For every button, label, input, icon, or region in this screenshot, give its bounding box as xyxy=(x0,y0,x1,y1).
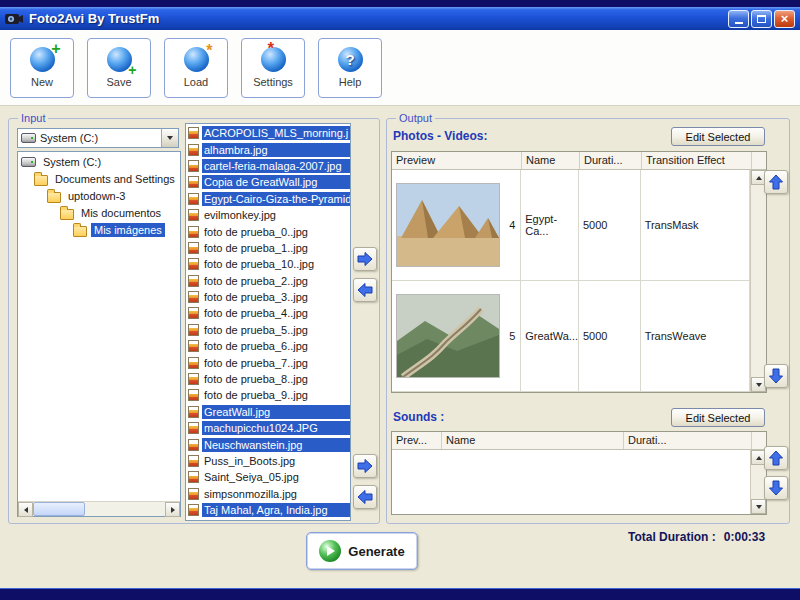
file-list-item[interactable]: foto de prueba_3..jpg xyxy=(186,289,350,305)
add-sounds-button[interactable] xyxy=(353,454,377,478)
file-list-item[interactable]: alhambra.jpg xyxy=(186,141,350,157)
app-icon xyxy=(5,11,25,27)
image-file-icon xyxy=(188,193,199,205)
image-file-icon xyxy=(188,209,199,221)
file-list-item[interactable]: Neuschwanstein.jpg xyxy=(186,436,350,452)
file-name: GreatWall.jpg xyxy=(202,405,350,419)
file-list-item[interactable]: evilmonkey.jpg xyxy=(186,207,350,223)
photos-column-header[interactable]: Preview xyxy=(392,152,522,169)
remove-photos-button[interactable] xyxy=(353,278,377,302)
sounds-column-header[interactable]: Prev... xyxy=(392,432,442,449)
folder-icon xyxy=(47,192,61,203)
minimize-button[interactable] xyxy=(728,10,749,28)
file-list-item[interactable]: foto de prueba_0..jpg xyxy=(186,223,350,239)
file-name: foto de prueba_8..jpg xyxy=(202,372,350,386)
toolbar-button-label: New xyxy=(31,76,53,88)
photos-table-row[interactable]: 4Egypt-Ca...5000TransMask xyxy=(392,170,750,281)
file-list-item[interactable]: GreatWall.jpg xyxy=(186,404,350,420)
file-list-item[interactable]: cartel-feria-malaga-2007.jpg xyxy=(186,158,350,174)
file-name: foto de prueba_2..jpg xyxy=(202,274,350,288)
remove-sounds-button[interactable] xyxy=(353,485,377,509)
toolbar-button-help[interactable]: Help xyxy=(318,38,382,98)
image-file-icon xyxy=(188,307,199,319)
drive-selector[interactable]: System (C:) xyxy=(17,128,179,148)
arrow-up-icon xyxy=(767,173,785,191)
photos-table-row[interactable]: 5GreatWa...5000TransWeave xyxy=(392,281,750,392)
file-list-item[interactable]: foto de prueba_1..jpg xyxy=(186,240,350,256)
scrollbar-thumb[interactable] xyxy=(33,502,85,516)
file-list-item[interactable]: foto de prueba_8..jpg xyxy=(186,371,350,387)
generate-button[interactable]: Generate xyxy=(306,532,418,570)
name-cell: GreatWa... xyxy=(521,281,579,391)
maximize-button[interactable] xyxy=(751,10,772,28)
file-list-item[interactable]: foto de prueba_6..jpg xyxy=(186,338,350,354)
photos-column-header[interactable]: Name xyxy=(522,152,580,169)
file-list-item[interactable]: Taj Mahal, Agra, India.jpg xyxy=(186,502,350,518)
file-list-item[interactable]: ACROPOLIS_MLS_morning.j xyxy=(186,125,350,141)
toolbar-button-new[interactable]: New xyxy=(10,38,74,98)
image-file-icon xyxy=(188,357,199,369)
great-wall-thumbnail xyxy=(396,294,500,378)
tree-item[interactable]: System (C:) xyxy=(18,153,180,170)
image-file-icon xyxy=(188,455,199,467)
file-list-item[interactable]: foto de prueba_7..jpg xyxy=(186,354,350,370)
sounds-column-header[interactable]: Durati... xyxy=(624,432,752,449)
edit-selected-sounds-button[interactable]: Edit Selected xyxy=(671,408,765,427)
sounds-title: Sounds : xyxy=(393,410,444,424)
toolbar-button-save[interactable]: Save xyxy=(87,38,151,98)
transition-cell: TransWeave xyxy=(641,281,750,391)
tree-item[interactable]: Mis documentos xyxy=(18,204,180,221)
close-button[interactable]: × xyxy=(774,10,795,28)
file-list-item[interactable]: foto de prueba_2..jpg xyxy=(186,273,350,289)
tree-item[interactable]: Mis imágenes xyxy=(18,221,180,238)
photos-column-header[interactable]: Durati... xyxy=(580,152,642,169)
move-sound-up-button[interactable] xyxy=(764,446,788,470)
image-file-icon xyxy=(188,439,199,451)
play-icon xyxy=(319,540,341,562)
tree-horizontal-scrollbar[interactable] xyxy=(18,501,180,516)
file-list-item[interactable]: Copia de GreatWall.jpg xyxy=(186,174,350,190)
file-list-item[interactable]: simpsonmozilla.jpg xyxy=(186,486,350,502)
photos-table-scrollbar[interactable] xyxy=(750,170,766,392)
move-sound-down-button[interactable] xyxy=(764,476,788,500)
sounds-column-header[interactable]: Name xyxy=(442,432,624,449)
scroll-down-button[interactable] xyxy=(751,499,766,514)
file-list-item[interactable]: foto de prueba_5..jpg xyxy=(186,322,350,338)
title-bar[interactable]: Foto2Avi By TrustFm × xyxy=(0,7,800,30)
sounds-table: Prev...NameDurati... xyxy=(391,431,767,515)
image-file-icon xyxy=(188,127,199,139)
arrow-right-icon xyxy=(356,250,374,268)
file-list-item[interactable]: Egypt-Cairo-Giza-the-Pyramid xyxy=(186,191,350,207)
total-duration: Total Duration : 0:00:33 xyxy=(628,530,765,544)
triangle-right-icon xyxy=(171,507,175,513)
file-name: foto de prueba_3..jpg xyxy=(202,290,350,304)
move-photo-up-button[interactable] xyxy=(764,170,788,194)
edit-selected-photos-button[interactable]: Edit Selected xyxy=(671,127,765,146)
photos-column-header[interactable]: Transition Effect xyxy=(642,152,752,169)
new-sphere-plus-icon xyxy=(30,47,55,72)
scroll-right-button[interactable] xyxy=(165,502,180,517)
scroll-left-button[interactable] xyxy=(18,502,33,517)
file-list-item[interactable]: foto de prueba_10..jpg xyxy=(186,256,350,272)
combo-dropdown-button[interactable] xyxy=(161,129,178,147)
file-list-item[interactable]: foto de prueba_4..jpg xyxy=(186,305,350,321)
toolbar-button-settings[interactable]: Settings xyxy=(241,38,305,98)
file-list-item[interactable]: foto de prueba_9..jpg xyxy=(186,387,350,403)
tree-item[interactable]: uptodown-3 xyxy=(18,187,180,204)
total-duration-value: 0:00:33 xyxy=(724,530,765,544)
add-photos-button[interactable] xyxy=(353,247,377,271)
file-name: foto de prueba_9..jpg xyxy=(202,388,350,402)
folder-tree-items: System (C:)Documents and Settingsuptodow… xyxy=(18,153,180,500)
move-photo-down-button[interactable] xyxy=(764,364,788,388)
file-list-item[interactable]: Puss_in_Boots.jpg xyxy=(186,453,350,469)
window-controls: × xyxy=(728,10,795,28)
tree-item-label: Mis documentos xyxy=(78,206,164,220)
file-list-item[interactable]: Saint_Seiya_05.jpg xyxy=(186,469,350,485)
duration-cell: 5000 xyxy=(579,170,641,280)
sounds-table-body xyxy=(392,450,750,514)
tree-item[interactable]: Documents and Settings xyxy=(18,170,180,187)
arrow-right-icon xyxy=(356,457,374,475)
toolbar-button-load[interactable]: Load xyxy=(164,38,228,98)
photos-table-header: PreviewNameDurati...Transition Effect xyxy=(392,152,766,170)
file-list-item[interactable]: machupicchu1024.JPG xyxy=(186,420,350,436)
